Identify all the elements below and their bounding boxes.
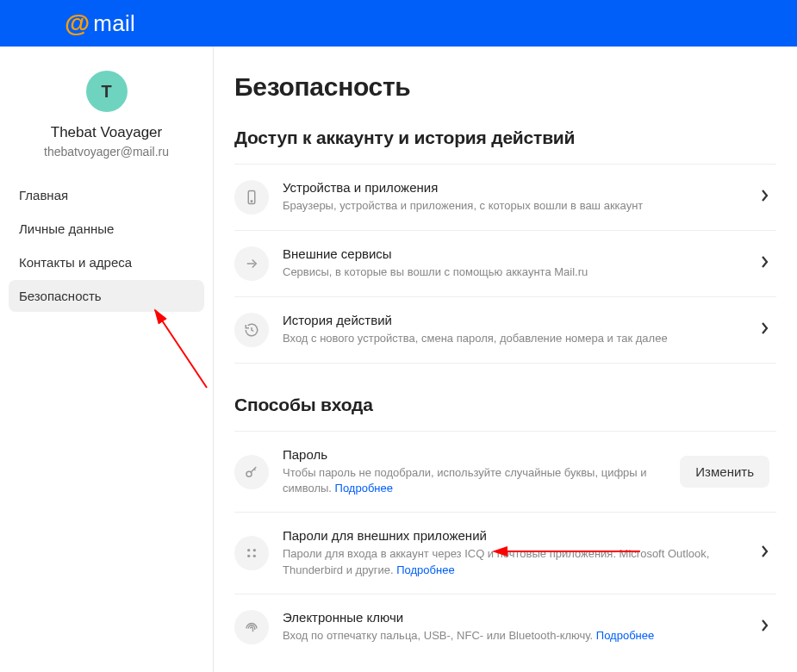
main-content: Безопасность Доступ к аккаунту и история… [214, 47, 797, 672]
chevron-right-icon [761, 545, 769, 561]
sidebar-item-personal[interactable]: Личные данные [9, 213, 204, 245]
card-title: Пароли для внешних приложений [283, 528, 747, 543]
more-link[interactable]: Подробнее [335, 482, 393, 495]
change-password-button[interactable]: Изменить [680, 456, 769, 488]
sidebar-item-label: Контакты и адреса [19, 255, 132, 270]
chevron-right-icon [761, 190, 769, 205]
section-title-access: Доступ к аккаунту и история действий [234, 128, 776, 148]
arrow-right-icon [234, 246, 269, 281]
sidebar-item-label: Главная [19, 188, 68, 202]
sidebar-item-home[interactable]: Главная [9, 179, 204, 211]
sidebar: T Thebat Voayager thebatvoyager@mail.ru … [0, 47, 214, 672]
card-title: Устройства и приложения [283, 180, 747, 195]
card-title: История действий [283, 313, 747, 327]
svg-point-4 [253, 549, 256, 551]
sidebar-item-contacts[interactable]: Контакты и адреса [9, 246, 204, 278]
card-security-keys[interactable]: Электронные ключи Вход по отпечатку паль… [234, 594, 776, 660]
svg-point-5 [247, 555, 250, 557]
brand-logo[interactable]: @ mail [65, 10, 135, 37]
card-desc: Чтобы пароль не подобрали, используйте с… [283, 465, 666, 496]
card-desc: Вход с нового устройства, смена пароля, … [283, 331, 747, 346]
user-name: Thebat Voayager [0, 124, 213, 141]
fingerprint-icon [234, 610, 269, 644]
more-link[interactable]: Подробнее [396, 563, 454, 576]
section-title-login: Способы входа [234, 395, 776, 415]
user-email: thebatvoyager@mail.ru [0, 145, 213, 159]
chevron-right-icon [761, 619, 769, 635]
card-devices-apps[interactable]: Устройства и приложения Браузеры, устрой… [234, 164, 776, 231]
svg-point-3 [247, 549, 250, 551]
card-history[interactable]: История действий Вход с нового устройств… [234, 297, 776, 364]
svg-point-6 [253, 555, 256, 557]
top-bar: @ mail [0, 0, 797, 47]
card-desc: Браузеры, устройства и приложения, с кот… [283, 198, 747, 214]
avatar[interactable]: T [86, 71, 128, 112]
key-icon [234, 455, 269, 489]
card-desc: Сервисы, в которые вы вошли с помощью ак… [283, 264, 747, 280]
card-title: Пароль [283, 447, 666, 462]
chevron-right-icon [761, 322, 769, 338]
card-external-services[interactable]: Внешние сервисы Сервисы, в которые вы во… [234, 231, 776, 297]
card-title: Внешние сервисы [283, 246, 747, 261]
more-link[interactable]: Подробнее [596, 629, 654, 642]
history-icon [234, 313, 269, 347]
card-title: Электронные ключи [283, 610, 747, 625]
at-sign-icon: @ [65, 10, 90, 36]
card-password[interactable]: Пароль Чтобы пароль не подобрали, исполь… [234, 431, 776, 513]
svg-point-1 [251, 201, 252, 202]
sidebar-item-label: Личные данные [19, 221, 114, 236]
brand-name: mail [93, 10, 135, 37]
card-desc: Пароли для входа в аккаунт через ICQ и п… [283, 546, 747, 577]
page-title: Безопасность [234, 72, 776, 102]
grid-icon [234, 536, 269, 570]
sidebar-item-label: Безопасность [19, 289, 102, 303]
chevron-right-icon [761, 256, 769, 271]
card-app-passwords[interactable]: Пароли для внешних приложений Пароли для… [234, 513, 776, 594]
sidebar-item-security[interactable]: Безопасность [9, 280, 204, 312]
card-desc: Вход по отпечатку пальца, USB-, NFC- или… [283, 628, 747, 644]
phone-icon [234, 180, 269, 215]
svg-point-2 [246, 471, 252, 476]
